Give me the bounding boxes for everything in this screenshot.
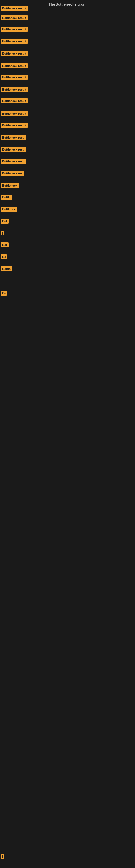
bottleneck-badge-18[interactable]: Bottlenec	[1, 207, 17, 212]
bottleneck-badge-1[interactable]: Bottleneck result	[1, 6, 28, 11]
bottleneck-badge-row-4: Bottleneck result	[1, 39, 28, 45]
bottleneck-badge-5[interactable]: Bottleneck result	[1, 51, 28, 56]
bottleneck-badge-row-8: Bottleneck result	[1, 87, 28, 93]
bottleneck-badge-row-15: Bottleneck res	[1, 171, 24, 177]
bottleneck-badge-21[interactable]: Bot	[1, 243, 9, 247]
bottleneck-badge-row-1: Bottleneck result	[1, 6, 28, 12]
bottleneck-badge-row-9: Bottleneck result	[1, 98, 28, 104]
bottleneck-badge-row-18: Bottlenec	[1, 207, 17, 213]
bottleneck-badge-6[interactable]: Bottleneck result	[1, 63, 28, 68]
bottleneck-badge-row-3: Bottleneck result	[1, 27, 28, 33]
bottleneck-badge-row-19: Bot	[1, 219, 9, 225]
bottleneck-badge-row-6: Bottleneck result	[1, 63, 28, 69]
bottleneck-badge-3[interactable]: Bottleneck result	[1, 27, 28, 32]
bottleneck-badge-12[interactable]: Bottleneck resu	[1, 135, 26, 140]
bottleneck-badge-row-2: Bottleneck result	[1, 16, 28, 22]
bottleneck-badge-row-25: |	[1, 854, 4, 860]
bottleneck-badge-row-12: Bottleneck resu	[1, 135, 26, 141]
bottleneck-badge-row-7: Bottleneck result	[1, 75, 28, 81]
bottleneck-badge-row-22: Bo	[1, 254, 7, 260]
bottleneck-badge-4[interactable]: Bottleneck result	[1, 39, 28, 44]
bottleneck-badge-22[interactable]: Bo	[1, 254, 7, 259]
bottleneck-badge-8[interactable]: Bottleneck result	[1, 87, 28, 92]
bottleneck-badge-15[interactable]: Bottleneck res	[1, 171, 24, 176]
bottleneck-badge-row-5: Bottleneck result	[1, 51, 28, 57]
bottleneck-badge-row-24: Bo	[1, 291, 7, 297]
bottleneck-badge-10[interactable]: Bottleneck result	[1, 111, 28, 116]
bottleneck-badge-19[interactable]: Bot	[1, 219, 9, 223]
bottleneck-badge-row-23: Bottle	[1, 267, 12, 272]
bottleneck-badge-row-20: |	[1, 230, 4, 237]
bottleneck-badge-16[interactable]: Bottleneck	[1, 183, 19, 188]
bottleneck-badge-row-16: Bottleneck	[1, 183, 19, 189]
bottleneck-badge-20[interactable]: |	[1, 230, 4, 236]
bottleneck-badge-row-17: Bottle	[1, 195, 12, 201]
bottleneck-badge-row-11: Bottleneck result	[1, 123, 28, 129]
bottleneck-badge-17[interactable]: Bottle	[1, 195, 12, 199]
bottleneck-badge-row-14: Bottleneck resu	[1, 159, 26, 165]
bottleneck-badge-row-13: Bottleneck resu	[1, 147, 26, 153]
bottleneck-badge-14[interactable]: Bottleneck resu	[1, 159, 26, 164]
bottleneck-badge-11[interactable]: Bottleneck result	[1, 123, 28, 128]
bottleneck-badge-2[interactable]: Bottleneck result	[1, 16, 28, 20]
bottleneck-badge-row-21: Bot	[1, 243, 9, 248]
bottleneck-badge-25[interactable]: |	[1, 854, 4, 859]
bottleneck-badge-23[interactable]: Bottle	[1, 267, 12, 271]
bottleneck-badge-9[interactable]: Bottleneck result	[1, 98, 28, 103]
bottleneck-badge-13[interactable]: Bottleneck resu	[1, 147, 26, 152]
bottleneck-badge-24[interactable]: Bo	[1, 291, 7, 296]
bottleneck-badge-row-10: Bottleneck result	[1, 111, 28, 117]
bottleneck-badge-7[interactable]: Bottleneck result	[1, 75, 28, 80]
